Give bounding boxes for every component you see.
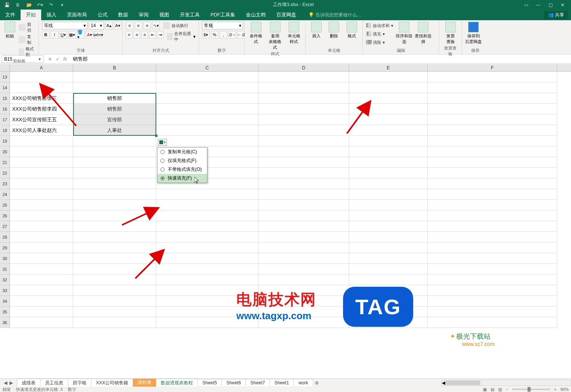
format-cells-button[interactable]: 格式 [344,22,359,39]
align-bottom-button[interactable]: ≡ [143,22,151,29]
row-header[interactable]: 33 [0,285,10,296]
cell[interactable] [258,93,349,104]
cell[interactable] [156,264,258,275]
cell[interactable] [73,146,156,157]
align-top-button[interactable]: ≡ [126,22,133,29]
row-header[interactable]: 29 [0,243,10,253]
cut-button[interactable]: 剪切 [19,22,35,33]
cell[interactable] [73,82,156,93]
cell[interactable]: 销售部 [73,104,156,114]
cell[interactable] [349,82,428,93]
cell[interactable] [73,200,156,210]
cell[interactable] [73,296,156,307]
cell[interactable] [258,136,349,146]
percent-button[interactable]: % [211,31,218,39]
cell[interactable] [428,146,557,157]
cell[interactable] [349,232,428,243]
cell[interactable]: 宣传部 [73,114,156,125]
tab-review[interactable]: 审阅 [133,10,154,20]
cell[interactable] [428,243,557,253]
maximize-icon[interactable]: ▢ [546,2,555,8]
sheet-tab[interactable]: 田字格 [68,379,91,387]
cell[interactable] [73,72,156,82]
copy-button[interactable]: 复制 [19,34,35,45]
invoice-check-button[interactable]: 发票 查验 [442,22,459,45]
insert-cells-button[interactable]: 插入 [309,22,324,39]
format-as-table-button[interactable]: 套用 表格格式 [267,22,284,50]
font-name-combo[interactable]: 等线▾ [42,22,88,29]
row-header[interactable]: 22 [0,168,10,178]
zoom-in-icon[interactable]: + [554,387,557,392]
cell[interactable] [73,307,156,317]
indent-dec-button[interactable]: ⇤ [149,31,156,39]
menu-copy-cells[interactable]: 复制单元格(C) [157,148,207,156]
clear-button[interactable]: ⌫清除▾ [366,39,393,46]
cell[interactable] [156,210,258,221]
align-middle-button[interactable]: ≡ [135,22,142,29]
cell[interactable] [258,157,349,168]
cell[interactable] [10,253,73,264]
cell[interactable] [10,307,73,317]
row-header[interactable]: 35 [0,307,10,317]
cell[interactable] [349,178,428,189]
align-center-button[interactable]: ≡ [133,31,140,39]
cell[interactable] [428,93,557,104]
cell[interactable] [73,221,156,232]
cell[interactable] [156,232,258,243]
close-icon[interactable]: ✕ [558,2,567,8]
row-header[interactable]: 25 [0,200,10,210]
sheet-tab[interactable]: 数据透视表教程 [156,379,198,387]
cell[interactable] [73,210,156,221]
cell[interactable] [258,82,349,93]
align-left-button[interactable]: ≡ [126,31,132,39]
cell[interactable] [428,307,557,317]
cell[interactable] [73,317,156,328]
row-header[interactable]: 24 [0,189,10,200]
cell[interactable] [428,82,557,93]
tab-devtools[interactable]: 开发工具 [175,10,205,20]
zoom-thumb[interactable] [528,387,531,392]
qat-more-icon[interactable]: ▾ [59,2,65,8]
sheet-tab[interactable]: Sheet7 [245,379,270,386]
view-page-icon[interactable]: ▤ [491,387,494,392]
cell[interactable] [10,317,73,328]
save-as-icon[interactable]: 🗎 [15,2,21,8]
cell[interactable] [156,189,258,200]
orientation-button[interactable]: ⤡▾ [152,22,160,29]
col-header[interactable]: E [349,64,428,71]
cell[interactable] [156,82,258,93]
cell[interactable] [428,285,557,296]
row-header[interactable]: 19 [0,136,10,146]
cell[interactable] [428,221,557,232]
paste-button[interactable]: 粘贴 [3,22,16,39]
cell[interactable] [10,296,73,307]
cell[interactable] [349,72,428,82]
sheet-tab[interactable]: 成绩表 [17,379,40,387]
save-baidu-button[interactable]: 保存到 百度网盘 [465,22,482,45]
cell[interactable] [428,275,557,285]
indent-inc-button[interactable]: ⇥ [157,31,164,39]
cell[interactable] [156,200,258,210]
cell[interactable] [428,178,557,189]
cell[interactable] [156,275,258,285]
cell[interactable] [73,168,156,178]
cell[interactable] [73,253,156,264]
row-header[interactable]: 30 [0,253,10,264]
tab-insert[interactable]: 插入 [41,10,62,20]
cell[interactable] [428,168,557,178]
cell[interactable] [258,275,349,285]
cell[interactable] [349,114,428,125]
save-icon[interactable]: 💾 [4,2,10,8]
font-size-combo[interactable]: 14▾ [89,22,104,29]
cell[interactable] [10,232,73,243]
cell[interactable] [349,275,428,285]
autofill-options-button[interactable] [158,139,167,146]
view-break-icon[interactable]: ▥ [498,387,502,392]
tab-layout[interactable]: 页面布局 [62,10,92,20]
cell[interactable] [10,168,73,178]
underline-button[interactable]: U▾ [59,31,67,39]
menu-flash-fill[interactable]: 快速填充(F) [157,174,207,183]
inc-decimal-button[interactable]: .0→ [228,31,236,39]
cell[interactable] [428,253,557,264]
row-header[interactable]: 27 [0,221,10,232]
